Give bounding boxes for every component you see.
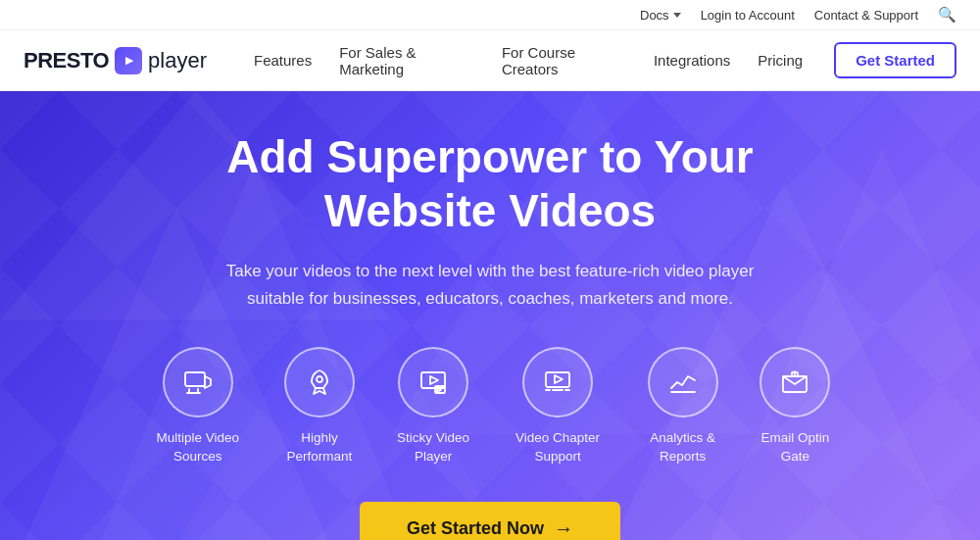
docs-link[interactable]: Docs (640, 8, 681, 23)
hero-cta-button[interactable]: Get Started Now → (360, 502, 620, 540)
svg-marker-8 (205, 376, 211, 388)
feature-email: Email Optin Gate (758, 347, 833, 466)
hero-heading-line2: Website Videos (324, 185, 656, 236)
logo-presto-text: PRESTO (24, 48, 109, 74)
feature-circle-analytics (648, 347, 718, 417)
feature-circle-video (163, 347, 233, 417)
logo-player-text: player (148, 48, 207, 74)
feature-chapters: Video Chapter Support (508, 347, 609, 466)
feature-circle-sticky (398, 347, 468, 417)
svg-marker-18 (555, 375, 563, 383)
logo-icon (115, 47, 142, 74)
nav-features[interactable]: Features (254, 52, 312, 69)
feature-label-chapters: Video Chapter Support (508, 429, 609, 466)
hero-subtext: Take your videos to the next level with … (225, 258, 755, 311)
svg-rect-7 (185, 372, 205, 386)
feature-performant: Highly Performant (279, 347, 359, 466)
hero-heading: Add Superpower to Your Website Videos (147, 130, 833, 238)
feature-analytics: Analytics & Reports (639, 347, 725, 466)
nav-links: Features For Sales & Marketing For Cours… (254, 44, 803, 77)
feature-label-email: Email Optin Gate (758, 429, 833, 466)
email-gate-icon (779, 367, 810, 398)
feature-circle-email (760, 347, 830, 417)
nav-pricing[interactable]: Pricing (758, 52, 803, 69)
sticky-player-icon (417, 367, 449, 398)
logo[interactable]: PRESTO player (24, 47, 207, 74)
docs-label: Docs (640, 8, 669, 23)
hero-content: Add Superpower to Your Website Videos Ta… (147, 130, 833, 540)
feature-label-analytics: Analytics & Reports (639, 429, 725, 466)
feature-circle-chapters (522, 347, 593, 417)
feature-multiple-video: Multiple Video Sources (147, 347, 248, 466)
contact-link[interactable]: Contact & Support (814, 8, 918, 23)
svg-marker-14 (430, 376, 438, 384)
arrow-right-icon: → (554, 517, 573, 540)
rocket-icon (304, 367, 335, 398)
top-bar: Docs Login to Account Contact & Support … (0, 0, 980, 30)
feature-circle-rocket (284, 347, 355, 417)
get-started-nav-button[interactable]: Get Started (834, 42, 956, 78)
feature-sticky: Sticky Video Player (391, 347, 476, 466)
feature-label-video: Multiple Video Sources (147, 429, 248, 466)
video-sources-icon (182, 367, 214, 398)
hero-heading-line1: Add Superpower to Your (226, 131, 754, 182)
main-nav: PRESTO player Features For Sales & Marke… (0, 30, 980, 91)
docs-chevron-icon (673, 13, 681, 18)
nav-sales[interactable]: For Sales & Marketing (339, 44, 474, 77)
svg-rect-17 (546, 372, 569, 387)
hero-cta-label: Get Started Now (407, 518, 544, 539)
svg-point-12 (317, 376, 322, 382)
analytics-icon (667, 367, 699, 398)
features-row: Multiple Video Sources Highly Performant (147, 347, 833, 466)
feature-label-sticky: Sticky Video Player (391, 429, 476, 466)
nav-course[interactable]: For Course Creators (502, 44, 626, 77)
nav-integrations[interactable]: Integrations (654, 52, 730, 69)
hero-section: Add Superpower to Your Website Videos Ta… (0, 91, 980, 540)
login-link[interactable]: Login to Account (701, 8, 795, 23)
feature-label-performant: Highly Performant (279, 429, 359, 466)
search-icon[interactable]: 🔍 (938, 6, 956, 24)
chapters-icon (542, 367, 573, 398)
